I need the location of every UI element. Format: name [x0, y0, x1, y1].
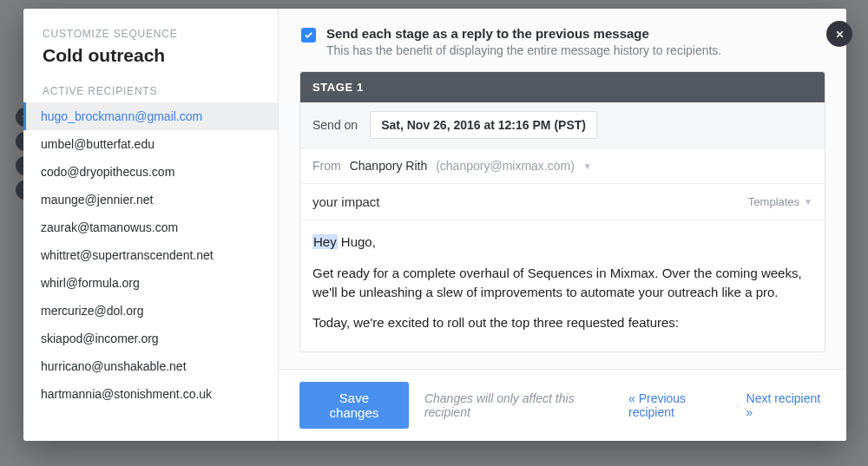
customize-label: CUSTOMIZE SEQUENCE — [43, 28, 259, 40]
body-greeting: Hugo, — [338, 234, 376, 249]
chevron-down-icon: ▼ — [583, 161, 592, 171]
recipient-item[interactable]: skiapod@incomer.org — [23, 325, 278, 352]
reply-option-title: Send each stage as a reply to the previo… — [326, 26, 721, 41]
chevron-down-icon: ▼ — [804, 197, 812, 207]
reply-checkbox[interactable] — [301, 28, 316, 43]
subject-input[interactable]: your impact — [312, 194, 380, 209]
email-body-editor[interactable]: Hey Hugo, Get ready for a complete overh… — [300, 220, 825, 351]
templates-dropdown[interactable]: Templates ▼ — [748, 195, 812, 208]
body-paragraph: Today, we're excited to roll out the top… — [312, 313, 812, 332]
modal-main: Send each stage as a reply to the previo… — [279, 9, 846, 441]
close-icon[interactable] — [826, 21, 852, 47]
recipient-item[interactable]: hurricano@unshakable.net — [23, 352, 278, 380]
recipients-list: hugo_brockmann@gmail.comumbel@butterfat.… — [23, 102, 278, 408]
from-name: Chanpory Rith — [350, 159, 428, 173]
stage-header: STAGE 1 — [300, 72, 825, 102]
stage-card: STAGE 1 Send on Sat, Nov 26, 2016 at 12:… — [299, 71, 825, 352]
recipient-item[interactable]: umbel@butterfat.edu — [23, 130, 278, 158]
recipient-item[interactable]: whittret@supertranscendent.net — [23, 241, 278, 269]
customize-sequence-modal: CUSTOMIZE SEQUENCE Cold outreach ACTIVE … — [23, 9, 846, 441]
recipient-item[interactable]: hugo_brockmann@gmail.com — [23, 102, 278, 130]
recipient-item[interactable]: codo@dryopithecus.com — [23, 158, 278, 186]
save-button[interactable]: Save changes — [299, 382, 409, 429]
recipient-item[interactable]: whirl@formula.org — [23, 269, 278, 297]
recipient-item[interactable]: maunge@jennier.net — [23, 186, 278, 213]
templates-label: Templates — [748, 195, 799, 208]
body-highlight: Hey — [312, 234, 338, 249]
modal-sidebar: CUSTOMIZE SEQUENCE Cold outreach ACTIVE … — [23, 9, 279, 441]
footer-hint: Changes will only affect this recipient — [424, 391, 613, 419]
recipient-item[interactable]: zaurak@tamanowus.com — [23, 213, 278, 241]
recipient-item[interactable]: mercurize@dol.org — [23, 297, 278, 325]
next-recipient-link[interactable]: Next recipient » — [746, 391, 826, 419]
send-on-input[interactable]: Sat, Nov 26, 2016 at 12:16 PM (PST) — [370, 111, 597, 139]
from-row[interactable]: From Chanpory Rith (chanpory@mixmax.com)… — [300, 148, 825, 184]
send-on-label: Send on — [312, 118, 358, 132]
from-email: (chanpory@mixmax.com) — [436, 159, 575, 173]
body-paragraph: Get ready for a complete overhaul of Seq… — [312, 264, 812, 302]
previous-recipient-link[interactable]: « Previous recipient — [628, 391, 729, 419]
active-recipients-label: ACTIVE RECIPIENTS — [43, 85, 259, 97]
modal-footer: Save changes Changes will only affect th… — [279, 369, 846, 441]
reply-option-desc: This has the benefit of displaying the e… — [326, 43, 721, 57]
nav-separator: · — [736, 398, 740, 412]
from-label: From — [312, 159, 341, 173]
recipient-item[interactable]: hartmannia@stonishment.co.uk — [23, 380, 278, 408]
sequence-title: Cold outreach — [43, 45, 259, 66]
